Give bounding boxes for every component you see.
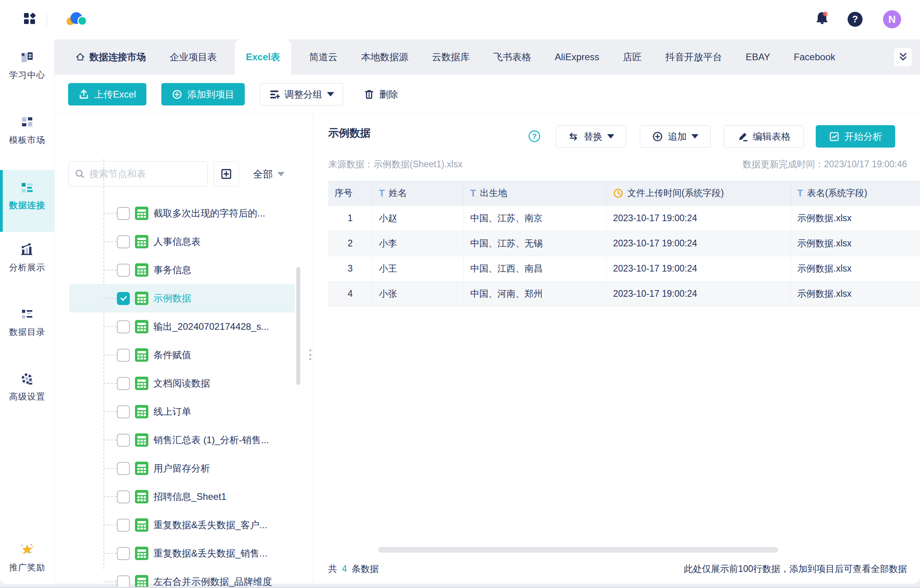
sheet-icon <box>135 377 148 390</box>
sidebar-item-promotion-rewards[interactable]: 推广奖励 <box>0 542 54 573</box>
tab-excel[interactable]: Excel表 <box>235 39 291 75</box>
checkbox-checked[interactable] <box>117 292 130 305</box>
checkbox[interactable] <box>117 519 130 532</box>
tab-facebook[interactable]: Facebook <box>788 39 841 75</box>
tree-item[interactable]: 招聘信息_Sheet1 <box>69 483 295 511</box>
tree-item[interactable]: 销售汇总表 (1)_分析-销售... <box>69 426 295 454</box>
double-chevron-down-icon[interactable] <box>894 48 912 66</box>
tree-scrollbar[interactable] <box>296 267 300 385</box>
avatar[interactable]: N <box>883 10 901 28</box>
update-time-label: 数据更新完成时间：2023/10/17 19:00:46 <box>743 158 907 170</box>
replace-button[interactable]: 替换 <box>556 125 626 148</box>
tree-item[interactable]: 左右合并示例数据_品牌维度 <box>69 568 295 588</box>
tab-label: Excel表 <box>246 51 280 63</box>
brand-cloud-icon[interactable] <box>65 9 88 28</box>
tree-item[interactable]: 重复数据&丢失数据_销售... <box>69 539 295 568</box>
button-label: 替换 <box>584 130 602 143</box>
page-title: 示例数据 <box>328 126 371 140</box>
tree-item-label: 条件赋值 <box>153 349 191 361</box>
tab-label: 简道云 <box>309 51 338 63</box>
checkbox[interactable] <box>117 490 130 503</box>
row-count-summary: 共4条数据 <box>328 563 379 575</box>
checkbox[interactable] <box>117 547 130 560</box>
checkbox[interactable] <box>117 320 130 333</box>
tree-item[interactable]: 用户留存分析 <box>69 454 295 483</box>
checkbox[interactable] <box>117 462 130 475</box>
tab-aliexpress[interactable]: AliExpress <box>549 39 605 75</box>
bell-icon[interactable] <box>815 10 830 27</box>
sidebar-item-learning-center[interactable]: 学习中心 <box>0 50 54 81</box>
adjust-group-button[interactable]: 调整分组 <box>260 83 343 105</box>
tab-label: 数据连接市场 <box>89 51 146 63</box>
tab-cloud-database[interactable]: 云数据库 <box>427 39 475 75</box>
checkbox[interactable] <box>117 235 130 248</box>
dropdown-label: 全部 <box>253 168 273 181</box>
checkbox[interactable] <box>117 405 130 418</box>
sidebar-item-data-catalog[interactable]: 数据目录 <box>0 307 54 338</box>
apps-grid-icon[interactable] <box>22 11 39 28</box>
checkbox[interactable] <box>117 575 130 588</box>
delete-button[interactable]: 删除 <box>358 83 404 105</box>
tab-jiandaoyun[interactable]: 简道云 <box>304 39 343 75</box>
connection-tabbar: 数据连接市场 企业项目表 Excel表 简道云 本地数据源 云数据库 飞书表格 … <box>54 39 920 75</box>
checkbox[interactable] <box>117 264 130 277</box>
sidebar-item-data-connection[interactable]: 数据连接 <box>0 170 54 232</box>
checkbox[interactable] <box>117 349 130 362</box>
edit-table-button[interactable]: 编辑表格 <box>724 125 804 148</box>
star-icon <box>19 542 35 558</box>
filter-all-dropdown[interactable]: 全部 <box>250 161 288 187</box>
tree-item[interactable]: 文档阅读数据 <box>69 369 295 398</box>
tree-item[interactable]: 重复数据&丢失数据_客户... <box>69 511 295 539</box>
sidebar-item-template-market[interactable]: 模板市场 <box>0 115 54 146</box>
tab-local-datasource[interactable]: 本地数据源 <box>356 39 414 75</box>
sidebar-item-advanced-settings[interactable]: 高级设置 <box>0 371 54 403</box>
tab-douyin-open-platform[interactable]: 抖音开放平台 <box>660 39 728 75</box>
tab-ebay[interactable]: EBAY <box>740 39 776 75</box>
tab-dianjiang[interactable]: 店匠 <box>617 39 647 75</box>
table-cell: 中国、江苏、无锡 <box>464 231 607 256</box>
tree-item[interactable]: 截取多次出现的字符后的... <box>69 199 295 227</box>
tab-feishu-sheet[interactable]: 飞书表格 <box>488 39 537 75</box>
search-icon <box>74 168 85 179</box>
help-icon[interactable]: ? <box>847 11 863 28</box>
button-label: 删除 <box>379 88 398 101</box>
chevron-down-icon <box>327 92 334 96</box>
upload-excel-button[interactable]: 上传Excel <box>68 83 146 105</box>
button-label: 追加 <box>668 130 687 143</box>
sidebar-item-label: 高级设置 <box>0 391 54 403</box>
checkbox[interactable] <box>117 377 130 390</box>
tree-item[interactable]: 人事信息表 <box>69 227 295 256</box>
button-label: 开始分析 <box>844 130 882 143</box>
sidebar-item-label: 学习中心 <box>0 69 54 81</box>
sheet-icon <box>135 405 148 418</box>
count-suffix: 条数据 <box>352 564 379 574</box>
node-tree-panel: 全部 截取多次出现的字符后的... 人事信息表 事务信息 示例数据 输出_202… <box>55 114 313 583</box>
tab-data-connection-market[interactable]: 数据连接市场 <box>69 39 151 75</box>
tree-item[interactable]: 输出_20240702174428_s... <box>69 312 295 341</box>
tree-item-label: 重复数据&丢失数据_销售... <box>153 547 267 560</box>
checkbox[interactable] <box>117 434 130 447</box>
tab-label: Facebook <box>794 52 835 63</box>
sidebar-item-analysis-display[interactable]: 分析展示 <box>0 242 54 274</box>
search-input[interactable] <box>89 168 202 179</box>
tree-item-label: 左右合并示例数据_品牌维度 <box>153 575 272 588</box>
add-to-project-button[interactable]: 添加到项目 <box>161 83 245 105</box>
question-circle-icon[interactable]: ? <box>528 130 541 142</box>
tree-item[interactable]: 事务信息 <box>69 256 295 284</box>
start-analysis-button[interactable]: 开始分析 <box>816 125 895 148</box>
checkbox[interactable] <box>117 207 130 220</box>
tree-item-label: 线上订单 <box>153 405 191 418</box>
tree-item[interactable]: 线上订单 <box>69 398 295 426</box>
tree-item-selected[interactable]: 示例数据 <box>69 284 295 312</box>
drag-handle-icon[interactable] <box>306 345 314 364</box>
swap-icon <box>568 131 579 142</box>
horizontal-scrollbar[interactable] <box>378 547 778 553</box>
tab-enterprise-project[interactable]: 企业项目表 <box>164 39 222 75</box>
tree-item[interactable]: 条件赋值 <box>69 341 295 369</box>
button-label: 编辑表格 <box>753 130 791 143</box>
dataset-detail-panel: 示例数据 ? 替换 追加 编辑表格 开始分析 来源数据：示例数据(Sheet1)… <box>314 114 920 583</box>
tab-label: 企业项目表 <box>170 51 217 63</box>
tab-label: 抖音开放平台 <box>665 51 722 63</box>
append-button[interactable]: 追加 <box>640 125 711 148</box>
add-node-button[interactable] <box>214 161 239 187</box>
